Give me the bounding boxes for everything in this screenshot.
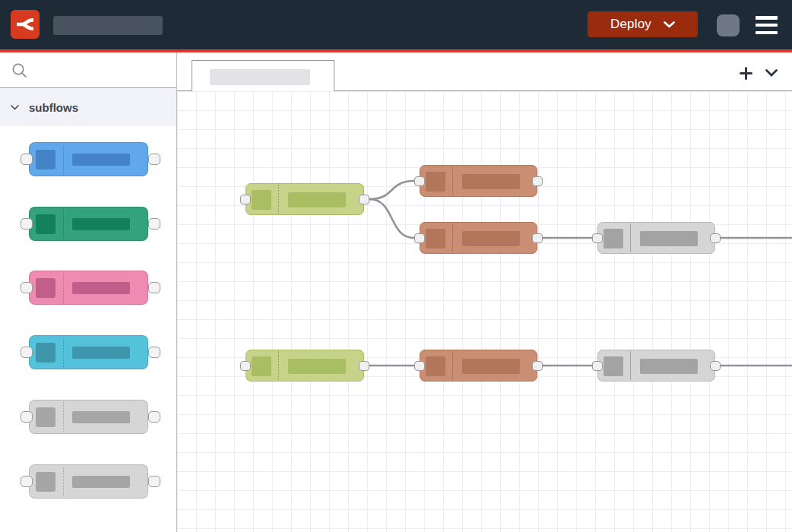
node-label-placeholder	[462, 174, 520, 189]
node-label-placeholder	[72, 282, 130, 294]
node-label-placeholder	[288, 359, 346, 374]
palette-node-body	[29, 400, 148, 434]
node-divider	[63, 337, 64, 367]
palette-subflow-green[interactable]	[21, 207, 160, 241]
node-output-port	[148, 476, 160, 487]
node-output-port	[148, 347, 160, 358]
palette-search[interactable]	[0, 52, 176, 88]
canvas-node-salmon-1[interactable]	[420, 165, 537, 197]
node-input-port	[21, 282, 33, 293]
palette-subflow-pink[interactable]	[21, 271, 160, 305]
node-icon	[36, 214, 55, 234]
header-bar: Deploy	[0, 0, 792, 49]
node-input-port	[21, 411, 33, 423]
workspace-title-placeholder	[53, 16, 163, 35]
node-red-logo-icon	[15, 14, 35, 34]
node-body	[420, 350, 537, 382]
node-label-placeholder	[462, 359, 520, 374]
palette-node-body	[29, 335, 148, 369]
node-input-port[interactable]	[240, 361, 251, 371]
canvas-node-green-1[interactable]	[246, 183, 364, 215]
node-input-port[interactable]	[592, 233, 603, 243]
node-output-port[interactable]	[710, 361, 721, 371]
node-body	[597, 222, 715, 254]
node-icon	[426, 356, 445, 376]
node-body	[246, 350, 364, 382]
node-divider	[452, 223, 453, 252]
palette-subflow-gray-2[interactable]	[21, 464, 160, 499]
node-output-port	[148, 411, 160, 423]
node-divider	[63, 273, 64, 302]
node-body	[420, 165, 537, 197]
flow-tab-active[interactable]	[192, 60, 334, 91]
palette-subflow-blue[interactable]	[21, 142, 160, 176]
node-input-port	[21, 218, 33, 230]
node-icon	[426, 172, 445, 192]
node-label-placeholder	[72, 154, 130, 166]
canvas-node-salmon-2[interactable]	[420, 222, 537, 254]
node-icon	[426, 229, 445, 249]
palette-node-body	[29, 271, 148, 305]
node-label-placeholder	[640, 231, 698, 246]
flow-tab-name-placeholder	[210, 69, 310, 85]
node-output-port[interactable]	[359, 361, 369, 371]
wire-green-1-to-salmon-1[interactable]	[369, 181, 414, 199]
node-red-logo	[11, 10, 40, 39]
node-divider	[63, 467, 64, 496]
node-input-port[interactable]	[414, 233, 425, 243]
wire-green-1-to-salmon-2[interactable]	[369, 199, 414, 238]
chevron-down-icon	[664, 21, 675, 28]
node-icon	[36, 150, 55, 169]
canvas-node-gray-2[interactable]	[597, 350, 715, 382]
main-menu-button[interactable]	[756, 16, 778, 34]
deploy-button[interactable]: Deploy	[588, 11, 698, 37]
node-icon	[252, 190, 271, 210]
node-body	[420, 222, 537, 254]
node-label-placeholder	[462, 231, 520, 246]
plus-icon	[740, 67, 752, 80]
hamburger-icon	[756, 31, 778, 35]
node-label-placeholder	[640, 359, 698, 374]
node-icon	[36, 407, 55, 427]
node-input-port[interactable]	[240, 195, 251, 204]
canvas-node-green-2[interactable]	[246, 350, 364, 382]
canvas-node-gray-1[interactable]	[597, 222, 715, 254]
palette-node-body	[29, 207, 148, 241]
palette-subflow-gray-1[interactable]	[21, 400, 160, 434]
node-input-port	[21, 476, 33, 487]
flow-list-button[interactable]	[762, 63, 781, 83]
node-output-port[interactable]	[532, 176, 543, 186]
user-avatar[interactable]	[717, 14, 740, 36]
chevron-down-icon	[765, 69, 778, 77]
node-output-port[interactable]	[532, 233, 543, 243]
node-divider	[278, 351, 279, 380]
palette-subflow-cyan[interactable]	[21, 335, 160, 369]
node-icon	[36, 343, 55, 363]
node-label-placeholder	[72, 476, 130, 488]
node-icon	[604, 229, 623, 249]
canvas-node-salmon-3[interactable]	[420, 350, 537, 382]
flow-canvas[interactable]	[177, 91, 792, 532]
node-input-port[interactable]	[414, 361, 425, 371]
node-red-editor: Deploy subflows	[0, 0, 792, 532]
node-icon	[252, 356, 271, 376]
node-body	[597, 350, 715, 382]
node-output-port[interactable]	[710, 233, 721, 243]
node-input-port[interactable]	[592, 361, 603, 371]
node-divider	[630, 223, 631, 252]
palette-sidebar: subflows	[0, 52, 177, 532]
node-input-port[interactable]	[414, 176, 425, 186]
node-output-port[interactable]	[359, 195, 369, 204]
palette-category-label: subflows	[29, 101, 78, 114]
node-output-port	[148, 282, 160, 293]
hamburger-icon	[756, 24, 778, 27]
add-flow-button[interactable]	[736, 63, 756, 83]
node-body	[246, 183, 364, 215]
node-output-port[interactable]	[532, 361, 543, 371]
node-divider	[452, 351, 453, 380]
palette-category-subflows[interactable]: subflows	[0, 88, 176, 126]
chevron-down-icon	[11, 105, 19, 110]
node-output-port	[148, 218, 160, 230]
node-divider	[278, 185, 279, 214]
node-icon	[36, 278, 55, 298]
